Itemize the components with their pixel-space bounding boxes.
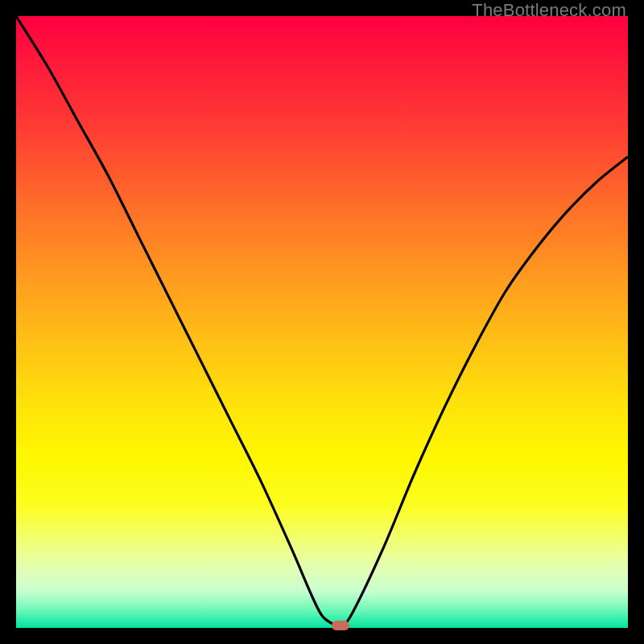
curve-line [16, 16, 628, 628]
bottleneck-curve [16, 16, 628, 628]
plot-area [16, 16, 628, 628]
optimum-marker [332, 621, 349, 630]
chart-frame: TheBottleneck.com [0, 0, 644, 644]
